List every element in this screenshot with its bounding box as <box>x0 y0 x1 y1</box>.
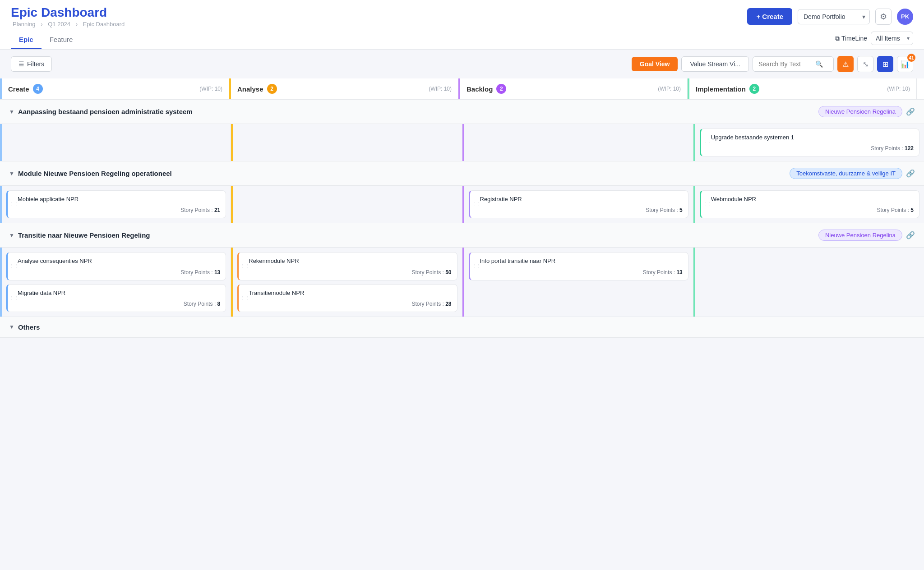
groups-container: ▼ Aanpassing bestaand pensioen administr… <box>0 100 924 338</box>
title-block: Epic Dashboard Planning › Q1 2024 › Epic… <box>11 5 126 28</box>
expand-button[interactable]: ⤡ <box>857 56 873 72</box>
tab-right: ⧉ TimeLine All Items <box>835 32 913 49</box>
drag-handle: ⋮⋮ <box>9 264 18 268</box>
all-items-wrapper: All Items <box>871 32 913 45</box>
col-header-analyse: Analyse 2 (WIP: 10) <box>229 78 458 99</box>
group-module: ▼ Module Nieuwe Pensioen Regeling operat… <box>0 161 924 223</box>
group3-title: Transitie naar Nieuwe Pensioen Regeling <box>18 231 150 239</box>
drag-handle: ⋮⋮ <box>703 140 712 145</box>
header-actions: + Create Demo Portfolio ⚙ PK <box>747 8 913 25</box>
group1-header: ▼ Aanpassing bestaand pensioen administr… <box>0 100 924 124</box>
create-button[interactable]: + Create <box>747 8 792 25</box>
card-transitiemodule-points: 28 <box>445 301 451 307</box>
tab-epic[interactable]: Epic <box>11 31 42 49</box>
all-items-select[interactable]: All Items <box>871 32 913 45</box>
card-transitiemodule-title: Transitiemodule NPR <box>244 289 451 297</box>
group3-link-icon[interactable]: 🔗 <box>906 231 915 239</box>
card-mobiele[interactable]: ⋮⋮ Mobiele applicatie NPR Story Points :… <box>6 190 226 218</box>
col-analyse-wip: (WIP: 10) <box>429 86 452 92</box>
report-button[interactable]: 📊 41 <box>897 56 913 72</box>
group2-chevron[interactable]: ▼ <box>9 170 14 177</box>
card-rekenmodule-points: 50 <box>445 269 451 276</box>
group1-link-icon[interactable]: 🔗 <box>906 107 915 116</box>
group1-col-analyse <box>231 124 462 161</box>
card-rekenmodule[interactable]: ⋮⋮ Rekenmodule NPR Story Points : 50 <box>237 252 457 280</box>
others-label: Others <box>18 323 40 331</box>
card-registratie-footer: Story Points : 5 <box>476 207 683 213</box>
group2-col-implementation: ⋮⋮ Webmodule NPR Story Points : 5 <box>693 186 924 223</box>
others-chevron[interactable]: ▼ <box>9 324 14 330</box>
group1-col-implementation: ⋮⋮ Upgrade bestaande systemen 1 Story Po… <box>693 124 924 161</box>
portfolio-select[interactable]: Demo Portfolio <box>798 9 870 24</box>
group3-chevron[interactable]: ▼ <box>9 232 14 239</box>
card-analyse-cons-points: 13 <box>214 269 220 276</box>
card-analyse-cons[interactable]: ⋮⋮ Analyse consequenties NPR Story Point… <box>6 252 226 280</box>
tab-feature[interactable]: Feature <box>42 31 81 49</box>
col-impl-wip: (WIP: 10) <box>887 86 910 92</box>
scroll-spacer <box>917 78 924 99</box>
card-migratie[interactable]: ⋮⋮ Migratie data NPR Story Points : 8 <box>6 284 226 312</box>
breadcrumb-planning: Planning <box>13 21 36 28</box>
filter-icon: ☰ <box>18 60 24 68</box>
avatar[interactable]: PK <box>897 9 913 25</box>
search-input[interactable] <box>758 60 813 68</box>
card-transitiemodule-footer: Story Points : 28 <box>244 301 451 307</box>
col-analyse-badge: 2 <box>267 84 277 94</box>
group3-col-create: ⋮⋮ Analyse consequenties NPR Story Point… <box>0 248 231 316</box>
tab-bar: Epic Feature ⧉ TimeLine All Items <box>11 31 913 49</box>
card-upgrade[interactable]: ⋮⋮ Upgrade bestaande systemen 1 Story Po… <box>700 129 919 156</box>
search-icon: 🔍 <box>815 60 823 68</box>
portfolio-wrapper: Demo Portfolio <box>798 9 870 24</box>
filters-button[interactable]: ☰ Filters <box>11 56 52 72</box>
card-transitiemodule[interactable]: ⋮⋮ Transitiemodule NPR Story Points : 28 <box>237 284 457 312</box>
card-upgrade-title: Upgrade bestaande systemen 1 <box>707 133 914 142</box>
card-info-portal[interactable]: ⋮⋮ Info portal transitie naar NPR Story … <box>469 252 688 280</box>
col-impl-title: Implementation <box>696 85 746 93</box>
group1-tag: Nieuwe Pensioen Regelina <box>818 106 902 117</box>
grid-button[interactable]: ⊞ <box>877 56 893 72</box>
group2-title: Module Nieuwe Pensioen Regeling operatio… <box>18 170 172 177</box>
card-mobiele-title: Mobiele applicatie NPR <box>13 195 220 203</box>
group3-columns: ⋮⋮ Analyse consequenties NPR Story Point… <box>0 248 924 316</box>
group3-col-backlog: ⋮⋮ Info portal transitie naar NPR Story … <box>462 248 693 316</box>
col-header-backlog: Backlog 2 (WIP: 10) <box>458 78 688 99</box>
card-info-portal-points: 13 <box>676 269 682 276</box>
timeline-label-text: TimeLine <box>841 35 867 42</box>
card-webmodule-footer: Story Points : 5 <box>707 207 914 213</box>
group2-col-analyse <box>231 186 462 223</box>
settings-icon[interactable]: ⚙ <box>875 9 892 25</box>
col-backlog-badge: 2 <box>496 84 506 94</box>
card-upgrade-points: 122 <box>905 145 914 152</box>
col-create-badge: 4 <box>33 84 43 94</box>
drag-handle: ⋮⋮ <box>703 202 712 207</box>
group2-col-backlog: ⋮⋮ Registratie NPR Story Points : 5 <box>462 186 693 223</box>
tab-list: Epic Feature <box>11 31 81 49</box>
board-wrapper: Create 4 (WIP: 10) Analyse 2 (WIP: 10) B… <box>0 78 924 338</box>
card-migratie-title: Migratie data NPR <box>13 289 220 297</box>
card-info-portal-title: Info portal transitie naar NPR <box>476 257 683 265</box>
card-webmodule[interactable]: ⋮⋮ Webmodule NPR Story Points : 5 <box>700 190 919 218</box>
search-box: 🔍 <box>753 56 834 72</box>
drag-handle: ⋮⋮ <box>240 264 249 268</box>
goal-view-button[interactable]: Goal View <box>632 57 678 71</box>
badge-count: 41 <box>907 54 915 62</box>
card-rekenmodule-footer: Story Points : 50 <box>244 269 451 276</box>
app-layout: Epic Dashboard Planning › Q1 2024 › Epic… <box>0 0 924 570</box>
card-upgrade-footer: Story Points : 122 <box>707 145 914 152</box>
group3-col-analyse: ⋮⋮ Rekenmodule NPR Story Points : 50 ⋮⋮ … <box>231 248 462 316</box>
group3-header: ▼ Transitie naar Nieuwe Pensioen Regelin… <box>0 223 924 248</box>
card-webmodule-points: 5 <box>910 207 914 213</box>
value-stream-button[interactable]: Value Stream Vi... <box>681 56 749 72</box>
group2-header: ▼ Module Nieuwe Pensioen Regeling operat… <box>0 161 924 186</box>
group2-link-icon[interactable]: 🔗 <box>906 169 915 178</box>
card-migratie-footer: Story Points : 8 <box>13 301 220 307</box>
col-create-title: Create <box>8 85 29 93</box>
others-header: ▼ Others <box>0 317 924 337</box>
col-impl-badge: 2 <box>749 84 759 94</box>
group1-chevron[interactable]: ▼ <box>9 109 14 115</box>
app-title: Epic Dashboard <box>11 5 126 20</box>
board-area: Create 4 (WIP: 10) Analyse 2 (WIP: 10) B… <box>0 78 924 570</box>
card-registratie[interactable]: ⋮⋮ Registratie NPR Story Points : 5 <box>469 190 688 218</box>
warning-button[interactable]: ⚠ <box>837 56 854 72</box>
col-header-implementation: Implementation 2 (WIP: 10) <box>688 78 917 99</box>
